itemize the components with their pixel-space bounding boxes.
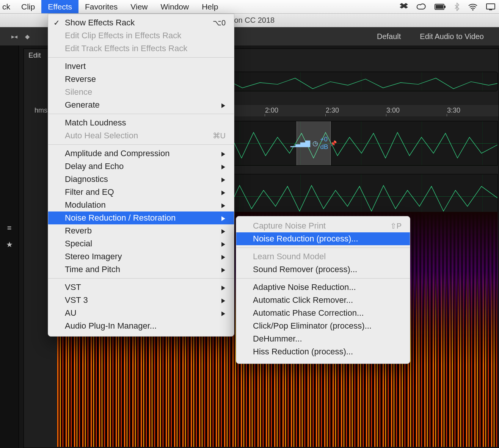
- menu-item[interactable]: VST▶: [48, 281, 234, 294]
- menu-item-window[interactable]: Window: [154, 0, 196, 13]
- menu-item[interactable]: Reverb▶: [48, 224, 234, 237]
- menu-item-label: Learn Sound Model: [253, 252, 326, 262]
- menu-item-label: Silence: [65, 87, 92, 97]
- clock-icon: ◷: [312, 139, 318, 147]
- menu-item-label: Amplitude and Compression: [65, 149, 169, 158]
- menu-item-label: Reverb: [65, 226, 92, 236]
- hamburger-icon[interactable]: ≡: [0, 224, 19, 232]
- menu-item-label: Delay and Echo: [65, 161, 124, 171]
- menu-item-label: VST: [65, 282, 81, 292]
- submenu-arrow-icon: ▶: [221, 253, 225, 260]
- menu-item[interactable]: Special▶: [48, 237, 234, 250]
- menu-item: Edit Clip Effects in Effects Rack: [48, 29, 234, 42]
- menu-item[interactable]: Filter and EQ▶: [48, 186, 234, 199]
- submenu-arrow-icon: ▶: [221, 310, 225, 317]
- menu-item[interactable]: AU▶: [48, 307, 234, 320]
- noise-reduction-submenu: Capture Noise Print⇧PNoise Reduction (pr…: [236, 216, 410, 364]
- menu-item-label: Sound Remover (process)...: [253, 265, 357, 274]
- menu-item-label: Stereo Imagery: [65, 252, 122, 262]
- menu-item[interactable]: Noise Reduction / Restoration▶: [48, 211, 234, 224]
- menu-item-label: Diagnostics: [65, 174, 108, 184]
- mac-menubar: ck Clip Effects Favorites View Window He…: [0, 0, 499, 14]
- submenu-arrow-icon: ▶: [221, 176, 225, 183]
- svg-point-3: [472, 9, 474, 11]
- svg-rect-1: [444, 6, 446, 8]
- menu-item-label: Automatic Click Remover...: [253, 295, 353, 305]
- menu-item[interactable]: Modulation▶: [48, 199, 234, 211]
- menu-item-label: Noise Reduction (process)...: [253, 234, 358, 244]
- menu-item[interactable]: Automatic Phase Correction...: [236, 307, 410, 320]
- menu-item-effects[interactable]: Effects: [41, 0, 78, 13]
- ruler-hms-label: hms: [35, 107, 47, 114]
- menu-item: Auto Heal Selection⌘U: [48, 129, 234, 142]
- menu-item[interactable]: Time and Pitch▶: [48, 263, 234, 276]
- menu-item-label: AU: [65, 308, 77, 318]
- dropbox-icon[interactable]: [400, 3, 408, 11]
- menu-item-label: Noise Reduction / Restoration: [65, 213, 176, 223]
- submenu-arrow-icon: ▶: [221, 297, 225, 304]
- submenu-arrow-icon: ▶: [221, 227, 225, 235]
- submenu-arrow-icon: ▶: [221, 240, 225, 247]
- menu-item[interactable]: Noise Reduction (process)...: [236, 232, 410, 245]
- submenu-arrow-icon: ▶: [221, 189, 225, 196]
- menu-item-clip[interactable]: Clip: [15, 0, 41, 13]
- display-icon[interactable]: [486, 3, 495, 10]
- menu-item[interactable]: ck: [0, 0, 15, 13]
- svg-rect-4: [486, 4, 495, 9]
- menu-item[interactable]: Adaptive Noise Reduction...: [236, 281, 410, 294]
- menu-item[interactable]: Hiss Reduction (process)...: [236, 345, 410, 358]
- menu-item-favorites[interactable]: Favorites: [78, 0, 124, 13]
- menu-item-view[interactable]: View: [124, 0, 154, 13]
- menu-item-label: Capture Noise Print: [253, 221, 326, 231]
- svg-rect-5: [489, 9, 492, 10]
- menu-item[interactable]: Diagnostics▶: [48, 173, 234, 186]
- menu-item-label: Special: [65, 239, 92, 249]
- menu-item[interactable]: Stereo Imagery▶: [48, 250, 234, 263]
- menu-item[interactable]: DeHummer...: [236, 332, 410, 345]
- menu-item[interactable]: Sound Remover (process)...: [236, 263, 410, 276]
- menu-item-label: Reverse: [65, 74, 96, 84]
- menu-item[interactable]: VST 3▶: [48, 294, 234, 307]
- battery-icon[interactable]: [435, 4, 446, 10]
- workspace-default[interactable]: Default: [377, 32, 401, 41]
- check-icon: ✓: [53, 18, 60, 27]
- selection-db: +0 dB: [320, 136, 328, 151]
- submenu-arrow-icon: ▶: [221, 215, 225, 222]
- svg-rect-2: [436, 5, 443, 9]
- tool-razor-icon[interactable]: ◆: [21, 33, 33, 40]
- menu-item-label: Show Effects Rack: [65, 18, 135, 28]
- menu-item[interactable]: Delay and Echo▶: [48, 160, 234, 173]
- menu-item-label: Click/Pop Eliminator (process)...: [253, 321, 372, 331]
- menu-item: Silence: [48, 86, 234, 99]
- menu-item[interactable]: Click/Pop Eliminator (process)...: [236, 320, 410, 332]
- ruler-tick: 2:00: [265, 107, 278, 114]
- star-icon[interactable]: ★: [0, 240, 19, 249]
- menu-item[interactable]: Amplitude and Compression▶: [48, 147, 234, 160]
- menu-item[interactable]: ✓Show Effects Rack⌥0: [48, 16, 234, 29]
- menu-item[interactable]: Audio Plug-In Manager...: [48, 320, 234, 332]
- workspace-edit-audio-to-video[interactable]: Edit Audio to Video: [420, 32, 484, 41]
- menu-item[interactable]: Reverse: [48, 73, 234, 86]
- pin-icon[interactable]: 📌: [330, 140, 337, 146]
- submenu-arrow-icon: ▶: [221, 284, 225, 291]
- tool-move-icon[interactable]: ▸◂: [8, 33, 21, 40]
- menu-item[interactable]: Invert: [48, 60, 234, 73]
- menu-item-label: Auto Heal Selection: [65, 131, 138, 141]
- menu-item[interactable]: Match Loudness: [48, 116, 234, 129]
- wifi-icon[interactable]: [468, 3, 478, 11]
- menu-item-shortcut: ⌥0: [213, 18, 226, 27]
- bluetooth-icon[interactable]: [454, 3, 460, 11]
- panel-tab-editor[interactable]: Edit: [28, 51, 41, 60]
- menu-item-label: Time and Pitch: [65, 265, 120, 274]
- creative-cloud-icon[interactable]: [416, 3, 426, 11]
- submenu-arrow-icon: ▶: [221, 163, 225, 170]
- volume-bars-icon: ▁▃▅▇: [290, 139, 310, 147]
- menu-item[interactable]: Automatic Click Remover...: [236, 294, 410, 307]
- menu-item: Learn Sound Model: [236, 250, 410, 263]
- selection-hud[interactable]: ▁▃▅▇ ◷ +0 dB 📌: [297, 121, 331, 165]
- menu-item[interactable]: Generate▶: [48, 99, 234, 111]
- menu-item-shortcut: ⇧P: [390, 221, 402, 230]
- menu-item-label: Match Loudness: [65, 118, 126, 128]
- menu-item-help[interactable]: Help: [195, 0, 224, 13]
- submenu-arrow-icon: ▶: [221, 150, 225, 157]
